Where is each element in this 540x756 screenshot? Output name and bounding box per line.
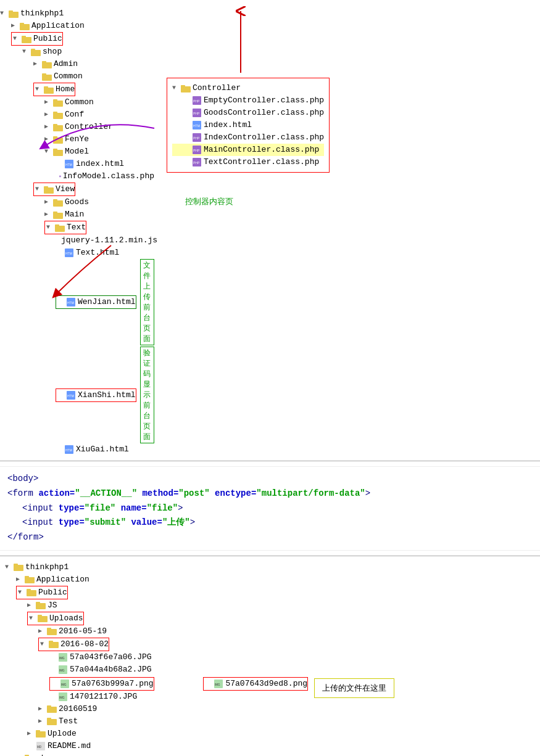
svg-rect-68 xyxy=(36,602,40,604)
file-img-icon: IMG xyxy=(58,653,68,662)
toggle-icon[interactable]: ▼ xyxy=(29,612,38,625)
tree-item[interactable]: ▶ HTM WenJian.html xyxy=(56,296,136,308)
toggle-icon[interactable]: ▶ xyxy=(44,96,53,109)
tree-item[interactable]: ▼ View xyxy=(34,183,75,195)
upload-annotation-text: 上传的文件在这里 xyxy=(322,684,386,693)
png1-box: ▶ IMG 57a0763b999a7.png xyxy=(49,677,154,691)
tree-item[interactable]: ▼ thinkphp1 xyxy=(0,7,154,20)
tree-item[interactable]: ▶ HTM Text.html xyxy=(0,247,154,259)
tree-item[interactable]: ▶ Uplode xyxy=(5,728,535,740)
tree-item[interactable]: ▶ IMG 1470121170.JPG xyxy=(5,691,308,703)
ctrl-item[interactable]: ▶ PHP TextController.class.php xyxy=(172,156,324,168)
tree-item[interactable]: ▶ HTM XianShi.html xyxy=(56,389,136,401)
tree-item[interactable]: ▼ Model xyxy=(0,146,154,158)
toggle-icon[interactable]: ▼ xyxy=(0,7,9,20)
ctrl-item[interactable]: ▶ PHP MainController.class.php xyxy=(172,144,324,156)
toggle-icon[interactable]: ▼ xyxy=(44,146,53,158)
controller-folder-item[interactable]: ▼ Controller xyxy=(172,82,324,94)
toggle-icon: ▶ xyxy=(57,389,66,401)
toggle-icon[interactable]: ▶ xyxy=(38,703,47,715)
svg-text:PHP: PHP xyxy=(193,112,200,115)
attr-method: method= xyxy=(142,488,178,498)
tree-item[interactable]: ▼ Home xyxy=(34,83,75,96)
tree-item[interactable]: ▶ Common xyxy=(0,70,154,83)
wenjian-annotation: 文件上传前台页面 xyxy=(140,259,154,345)
tree-item[interactable]: ▼ Text xyxy=(45,221,86,234)
svg-rect-35 xyxy=(55,224,59,227)
tree-item[interactable]: ▶ Main xyxy=(0,208,154,221)
ctrl-item[interactable]: ▶ PHP IndexController.class.php xyxy=(172,131,324,144)
page-container: ▼ thinkphp1 ▶ Application ▼ Public ▼ xyxy=(0,0,540,756)
toggle-icon[interactable]: ▼ xyxy=(35,183,44,195)
svg-rect-29 xyxy=(44,186,48,189)
tree-label: index.html xyxy=(76,158,124,170)
tree-item[interactable]: ▶ HTM index.html xyxy=(0,158,154,170)
val-action: "__ACTION__" xyxy=(75,488,137,498)
tree-item[interactable]: ▶ 2016-05-19 xyxy=(5,625,535,638)
tree-item[interactable]: ▶ Controller xyxy=(0,121,154,133)
tree-item[interactable]: ▶ PHP InfoModel.class.php xyxy=(0,170,154,183)
tree-item[interactable]: ▶ HTM XiuGai.html xyxy=(0,443,154,456)
code-line-input-file: <input type="file" name="file"> xyxy=(7,501,533,516)
svg-rect-23 xyxy=(53,149,57,151)
toggle-icon[interactable]: ▶ xyxy=(27,728,36,740)
tree-item[interactable]: ▶ MD README.md xyxy=(5,740,535,752)
toggle-icon[interactable]: ▼ xyxy=(172,82,181,94)
tree-item[interactable]: ▶ 20160519 xyxy=(5,703,535,715)
toggle-icon[interactable]: ▼ xyxy=(16,752,25,756)
tree-item[interactable]: ▶ Admin xyxy=(0,58,154,70)
toggle-icon[interactable]: ▶ xyxy=(44,133,53,146)
tree-item[interactable]: ▶ IMG 57a044a4b68a2.JPG xyxy=(5,664,308,676)
toggle-icon[interactable]: ▼ xyxy=(35,83,44,96)
svg-text:HTM: HTM xyxy=(65,252,72,255)
toggle-icon[interactable]: ▼ xyxy=(13,33,22,45)
ctrl-item[interactable]: ▶ PHP GoodsController.class.php xyxy=(172,107,324,119)
ctrl-label: MainController.class.php xyxy=(204,144,319,156)
tree-item[interactable]: ▼ 2016-08-02 xyxy=(39,638,109,651)
file-php-icon: PHP xyxy=(192,146,202,154)
toggle-icon[interactable]: ▶ xyxy=(33,58,42,70)
svg-text:IMG: IMG xyxy=(59,696,65,699)
tree-item[interactable]: ▶ Goods xyxy=(0,196,154,208)
home-folder-box: ▼ Home xyxy=(33,83,75,96)
tree-item[interactable]: ▶ Conf xyxy=(0,109,154,121)
toggle-icon[interactable]: ▼ xyxy=(46,221,55,234)
tree-item[interactable]: ▼ thinkphp1 xyxy=(5,561,535,573)
toggle-icon[interactable]: ▼ xyxy=(18,586,27,599)
tree-item[interactable]: ▼ shop xyxy=(5,752,535,756)
text-folder-box: ▼ Text xyxy=(44,221,86,234)
tag-input-file-end: > xyxy=(178,503,183,513)
ctrl-item[interactable]: ▶ HTM index.html xyxy=(172,119,324,131)
toggle-icon[interactable]: ▶ xyxy=(44,208,53,221)
tree-item[interactable]: ▼ Uploads xyxy=(28,612,83,625)
tree-item[interactable]: ▼ Public xyxy=(12,33,62,45)
tree-item[interactable]: ▶ Application xyxy=(5,573,535,586)
tree-item[interactable]: ▶ IMG 57a07643d9ed8.png xyxy=(204,678,307,690)
tree-item[interactable]: ▶ 010 jquery-1.11.2.min.js xyxy=(0,234,154,247)
ctrl-item[interactable]: ▶ PHP EmptyController.class.php xyxy=(172,94,324,107)
toggle-icon[interactable]: ▼ xyxy=(5,561,14,573)
toggle-icon[interactable]: ▶ xyxy=(44,196,53,208)
tree-item[interactable]: ▶ Application xyxy=(0,20,154,32)
tree-item[interactable]: ▶ IMG 57a0763b999a7.png xyxy=(50,678,154,690)
tree-item[interactable]: ▶ IMG 57a043f6e7a06.JPG xyxy=(5,651,308,664)
tree-label: Admin xyxy=(54,58,78,70)
tree-label: JS xyxy=(48,599,57,612)
toggle-icon[interactable]: ▶ xyxy=(16,573,25,586)
toggle-icon[interactable]: ▶ xyxy=(11,20,20,32)
tree-item[interactable]: ▼ shop xyxy=(0,46,154,58)
toggle-icon[interactable]: ▶ xyxy=(33,70,42,83)
toggle-icon[interactable]: ▶ xyxy=(38,625,47,638)
toggle-icon[interactable]: ▶ xyxy=(44,109,53,121)
tree-item[interactable]: ▶ JS xyxy=(5,599,535,612)
toggle-icon[interactable]: ▶ xyxy=(44,121,53,133)
toggle-icon[interactable]: ▼ xyxy=(22,46,31,58)
tree-item[interactable]: ▶ Test xyxy=(5,715,535,728)
tree-label: 2016-08-02 xyxy=(60,638,109,651)
toggle-icon[interactable]: ▶ xyxy=(38,715,47,728)
tree-item[interactable]: ▶ Common xyxy=(0,96,154,109)
tree-item[interactable]: ▶ FenYe xyxy=(0,133,154,146)
toggle-icon[interactable]: ▼ xyxy=(40,638,49,651)
tree-item[interactable]: ▼ Public xyxy=(17,586,67,599)
toggle-icon[interactable]: ▶ xyxy=(27,599,36,612)
